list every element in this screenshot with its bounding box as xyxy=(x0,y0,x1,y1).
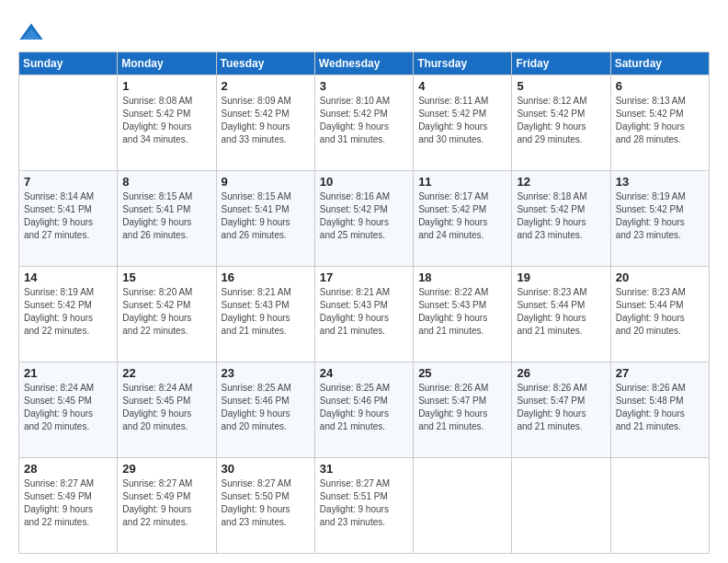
day-number: 26 xyxy=(517,366,605,380)
day-number: 27 xyxy=(616,366,704,380)
day-number: 31 xyxy=(320,462,408,476)
day-number: 24 xyxy=(320,366,408,380)
day-detail: Sunrise: 8:24 AM Sunset: 5:45 PM Dayligh… xyxy=(122,382,210,433)
day-detail: Sunrise: 8:21 AM Sunset: 5:43 PM Dayligh… xyxy=(320,286,408,338)
calendar-day-cell: 18Sunrise: 8:22 AM Sunset: 5:43 PM Dayli… xyxy=(414,267,512,362)
day-detail: Sunrise: 8:17 AM Sunset: 5:42 PM Dayligh… xyxy=(418,190,506,242)
calendar-day-cell: 21Sunrise: 8:24 AM Sunset: 5:45 PM Dayli… xyxy=(19,362,118,458)
calendar-day-cell: 1Sunrise: 8:08 AM Sunset: 5:42 PM Daylig… xyxy=(118,75,216,171)
day-number: 2 xyxy=(222,79,310,93)
day-number: 30 xyxy=(222,462,310,476)
day-detail: Sunrise: 8:25 AM Sunset: 5:46 PM Dayligh… xyxy=(222,382,310,433)
day-detail: Sunrise: 8:15 AM Sunset: 5:41 PM Dayligh… xyxy=(122,190,210,242)
calendar-day-cell: 15Sunrise: 8:20 AM Sunset: 5:42 PM Dayli… xyxy=(118,267,216,362)
calendar-week-row: 14Sunrise: 8:19 AM Sunset: 5:42 PM Dayli… xyxy=(19,267,710,362)
day-detail: Sunrise: 8:27 AM Sunset: 5:49 PM Dayligh… xyxy=(24,477,112,529)
calendar-day-cell: 7Sunrise: 8:14 AM Sunset: 5:41 PM Daylig… xyxy=(19,171,118,267)
day-detail: Sunrise: 8:16 AM Sunset: 5:42 PM Dayligh… xyxy=(320,190,408,242)
day-number: 9 xyxy=(222,175,310,189)
calendar-header-row: SundayMondayTuesdayWednesdayThursdayFrid… xyxy=(19,52,710,75)
day-detail: Sunrise: 8:19 AM Sunset: 5:42 PM Dayligh… xyxy=(24,286,112,338)
calendar-day-header: Tuesday xyxy=(216,52,314,75)
day-number: 10 xyxy=(320,175,408,189)
calendar-day-cell: 14Sunrise: 8:19 AM Sunset: 5:42 PM Dayli… xyxy=(19,267,118,362)
day-number: 29 xyxy=(122,462,210,476)
calendar-day-cell: 17Sunrise: 8:21 AM Sunset: 5:43 PM Dayli… xyxy=(314,267,413,362)
day-detail: Sunrise: 8:18 AM Sunset: 5:42 PM Dayligh… xyxy=(517,190,605,242)
day-number: 20 xyxy=(616,270,704,284)
day-detail: Sunrise: 8:26 AM Sunset: 5:47 PM Dayligh… xyxy=(418,382,506,433)
calendar-day-cell xyxy=(512,458,610,554)
calendar-day-cell: 23Sunrise: 8:25 AM Sunset: 5:46 PM Dayli… xyxy=(216,362,314,458)
calendar-day-cell: 22Sunrise: 8:24 AM Sunset: 5:45 PM Dayli… xyxy=(118,362,216,458)
day-number: 12 xyxy=(517,175,605,189)
day-detail: Sunrise: 8:09 AM Sunset: 5:42 PM Dayligh… xyxy=(222,95,310,146)
day-number: 6 xyxy=(616,79,704,93)
day-number: 18 xyxy=(418,270,506,284)
calendar-day-cell: 19Sunrise: 8:23 AM Sunset: 5:44 PM Dayli… xyxy=(512,267,610,362)
day-number: 19 xyxy=(517,270,605,284)
calendar-day-cell: 12Sunrise: 8:18 AM Sunset: 5:42 PM Dayli… xyxy=(512,171,610,267)
day-number: 21 xyxy=(24,366,112,380)
calendar-day-cell: 5Sunrise: 8:12 AM Sunset: 5:42 PM Daylig… xyxy=(512,75,610,171)
calendar-day-header: Thursday xyxy=(414,52,512,75)
logo-icon xyxy=(18,20,44,46)
day-number: 3 xyxy=(320,79,408,93)
calendar-week-row: 7Sunrise: 8:14 AM Sunset: 5:41 PM Daylig… xyxy=(19,171,710,267)
day-detail: Sunrise: 8:23 AM Sunset: 5:44 PM Dayligh… xyxy=(517,286,605,338)
page: SundayMondayTuesdayWednesdayThursdayFrid… xyxy=(0,0,728,563)
day-number: 11 xyxy=(418,175,506,189)
day-number: 14 xyxy=(24,270,112,284)
day-detail: Sunrise: 8:24 AM Sunset: 5:45 PM Dayligh… xyxy=(24,382,112,433)
day-detail: Sunrise: 8:13 AM Sunset: 5:42 PM Dayligh… xyxy=(616,95,704,146)
day-number: 25 xyxy=(418,366,506,380)
calendar-day-cell: 9Sunrise: 8:15 AM Sunset: 5:41 PM Daylig… xyxy=(216,171,314,267)
calendar-day-cell: 28Sunrise: 8:27 AM Sunset: 5:49 PM Dayli… xyxy=(19,458,118,554)
day-number: 15 xyxy=(122,270,210,284)
day-number: 28 xyxy=(24,462,112,476)
day-detail: Sunrise: 8:12 AM Sunset: 5:42 PM Dayligh… xyxy=(517,95,605,146)
calendar-day-cell: 3Sunrise: 8:10 AM Sunset: 5:42 PM Daylig… xyxy=(314,75,413,171)
day-detail: Sunrise: 8:21 AM Sunset: 5:43 PM Dayligh… xyxy=(222,286,310,338)
day-detail: Sunrise: 8:20 AM Sunset: 5:42 PM Dayligh… xyxy=(122,286,210,338)
day-detail: Sunrise: 8:19 AM Sunset: 5:42 PM Dayligh… xyxy=(616,190,704,242)
calendar-day-cell: 13Sunrise: 8:19 AM Sunset: 5:42 PM Dayli… xyxy=(610,171,709,267)
calendar-day-cell xyxy=(610,458,709,554)
calendar-day-header: Sunday xyxy=(19,52,118,75)
day-detail: Sunrise: 8:14 AM Sunset: 5:41 PM Dayligh… xyxy=(24,190,112,242)
calendar-day-cell: 8Sunrise: 8:15 AM Sunset: 5:41 PM Daylig… xyxy=(118,171,216,267)
calendar-day-cell: 27Sunrise: 8:26 AM Sunset: 5:48 PM Dayli… xyxy=(610,362,709,458)
day-number: 17 xyxy=(320,270,408,284)
calendar-day-header: Saturday xyxy=(610,52,709,75)
day-number: 22 xyxy=(122,366,210,380)
calendar-day-cell: 2Sunrise: 8:09 AM Sunset: 5:42 PM Daylig… xyxy=(216,75,314,171)
day-detail: Sunrise: 8:27 AM Sunset: 5:49 PM Dayligh… xyxy=(122,477,210,529)
day-detail: Sunrise: 8:10 AM Sunset: 5:42 PM Dayligh… xyxy=(320,95,408,146)
calendar-day-cell: 24Sunrise: 8:25 AM Sunset: 5:46 PM Dayli… xyxy=(314,362,413,458)
logo xyxy=(18,20,48,46)
day-number: 16 xyxy=(222,270,310,284)
calendar-week-row: 1Sunrise: 8:08 AM Sunset: 5:42 PM Daylig… xyxy=(19,75,710,171)
calendar-day-header: Friday xyxy=(512,52,610,75)
calendar-day-cell xyxy=(414,458,512,554)
day-detail: Sunrise: 8:27 AM Sunset: 5:50 PM Dayligh… xyxy=(222,477,310,529)
calendar-day-cell: 11Sunrise: 8:17 AM Sunset: 5:42 PM Dayli… xyxy=(414,171,512,267)
calendar-day-cell xyxy=(19,75,118,171)
day-number: 5 xyxy=(517,79,605,93)
calendar-day-cell: 30Sunrise: 8:27 AM Sunset: 5:50 PM Dayli… xyxy=(216,458,314,554)
calendar-day-cell: 20Sunrise: 8:23 AM Sunset: 5:44 PM Dayli… xyxy=(610,267,709,362)
day-number: 1 xyxy=(122,79,210,93)
day-detail: Sunrise: 8:26 AM Sunset: 5:48 PM Dayligh… xyxy=(616,382,704,433)
calendar-day-cell: 25Sunrise: 8:26 AM Sunset: 5:47 PM Dayli… xyxy=(414,362,512,458)
calendar-day-cell: 10Sunrise: 8:16 AM Sunset: 5:42 PM Dayli… xyxy=(314,171,413,267)
calendar-day-cell: 16Sunrise: 8:21 AM Sunset: 5:43 PM Dayli… xyxy=(216,267,314,362)
day-detail: Sunrise: 8:27 AM Sunset: 5:51 PM Dayligh… xyxy=(320,477,408,529)
header xyxy=(18,17,710,46)
day-number: 4 xyxy=(418,79,506,93)
day-detail: Sunrise: 8:22 AM Sunset: 5:43 PM Dayligh… xyxy=(418,286,506,338)
day-number: 8 xyxy=(122,175,210,189)
day-number: 23 xyxy=(222,366,310,380)
calendar-day-cell: 4Sunrise: 8:11 AM Sunset: 5:42 PM Daylig… xyxy=(414,75,512,171)
day-detail: Sunrise: 8:11 AM Sunset: 5:42 PM Dayligh… xyxy=(418,95,506,146)
day-detail: Sunrise: 8:25 AM Sunset: 5:46 PM Dayligh… xyxy=(320,382,408,433)
